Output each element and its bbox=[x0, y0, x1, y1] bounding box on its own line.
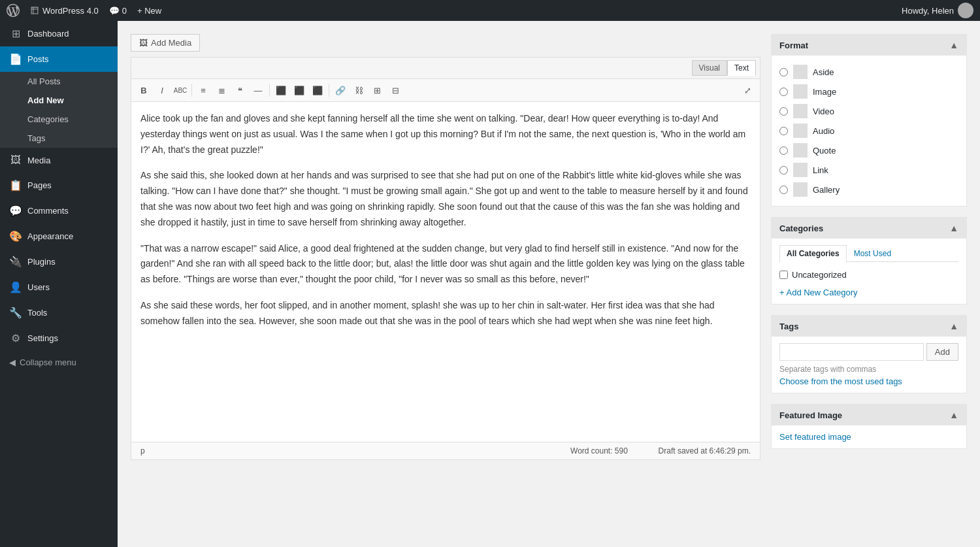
comments-count[interactable]: 💬 0 bbox=[109, 6, 127, 16]
collapse-arrow-icon: ◀ bbox=[9, 357, 16, 367]
submenu-categories[interactable]: Categories bbox=[0, 110, 118, 129]
image-format-icon bbox=[793, 84, 808, 99]
editor-main: 🖼 Add Media Visual Text B I ABC ≡ bbox=[131, 34, 760, 460]
plugins-icon: 🔌 bbox=[9, 256, 22, 268]
choose-most-used-tags-link[interactable]: Choose from the most used tags bbox=[779, 376, 902, 386]
link-format-icon bbox=[793, 163, 808, 177]
word-count-area: Word count: 590 Draft saved at 6:46:29 p… bbox=[570, 446, 751, 456]
sidebar-item-appearance[interactable]: 🎨 Appearance bbox=[0, 224, 118, 249]
format-option-video: Video bbox=[779, 101, 958, 121]
tags-input-row: Add bbox=[779, 343, 958, 361]
add-new-category-link[interactable]: + Add New Category bbox=[779, 288, 958, 297]
toolbar-hr[interactable]: — bbox=[250, 82, 267, 99]
video-format-icon bbox=[793, 104, 808, 118]
format-radio-video[interactable] bbox=[779, 107, 788, 116]
categories-panel-toggle[interactable]: ▲ bbox=[949, 223, 958, 233]
wp-logo[interactable] bbox=[7, 4, 20, 17]
toolbar-table[interactable]: ⊟ bbox=[387, 82, 404, 99]
tags-panel-toggle[interactable]: ▲ bbox=[949, 321, 958, 331]
quote-format-icon bbox=[793, 143, 808, 157]
format-option-link: Link bbox=[779, 160, 958, 180]
content-para-4: As she said these words, her foot slippe… bbox=[140, 298, 751, 329]
editor-statusbar: p Word count: 590 Draft saved at 6:46:29… bbox=[131, 442, 760, 459]
format-radio-audio[interactable] bbox=[779, 127, 788, 135]
format-radio-quote[interactable] bbox=[779, 146, 788, 155]
categories-panel-content: All Categories Most Used Uncategorized +… bbox=[772, 239, 966, 304]
tools-icon: 🔧 bbox=[9, 307, 22, 319]
sidebar-item-users[interactable]: 👤 Users bbox=[0, 274, 118, 300]
sidebar-item-media[interactable]: 🖼 Media bbox=[0, 148, 118, 173]
content-para-3: "That was a narrow escape!" said Alice, … bbox=[140, 241, 751, 288]
toolbar-align-left[interactable]: ⬛ bbox=[272, 82, 289, 99]
toolbar-link[interactable]: 🔗 bbox=[332, 82, 349, 99]
add-media-button[interactable]: 🖼 Add Media bbox=[131, 34, 200, 52]
format-panel-toggle[interactable]: ▲ bbox=[949, 40, 958, 50]
collapse-menu-button[interactable]: ◀ Collapse menu bbox=[0, 351, 118, 374]
new-content-button[interactable]: + New bbox=[137, 6, 161, 16]
toolbar-insert[interactable]: ⊞ bbox=[368, 82, 385, 99]
comments-icon: 💬 bbox=[9, 205, 22, 217]
sidebar-item-comments[interactable]: 💬 Comments bbox=[0, 198, 118, 224]
format-option-audio: Audio bbox=[779, 121, 958, 141]
toolbar-unlink[interactable]: ⛓ bbox=[350, 82, 367, 99]
submenu-tags[interactable]: Tags bbox=[0, 129, 118, 148]
mce-toolbar: B I ABC ≡ ≣ ❝ — ⬛ ⬛ ⬛ 🔗 ⛓ bbox=[131, 79, 760, 102]
status-tag: p bbox=[140, 446, 145, 456]
toolbar-align-right[interactable]: ⬛ bbox=[309, 82, 326, 99]
format-radio-aside[interactable] bbox=[779, 68, 788, 76]
toolbar-divider-1 bbox=[191, 84, 192, 97]
editor-container: Visual Text B I ABC ≡ ≣ ❝ — ⬛ ⬛ bbox=[131, 57, 760, 460]
featured-image-panel-header: Featured Image ▲ bbox=[772, 405, 966, 425]
sidebar-item-plugins[interactable]: 🔌 Plugins bbox=[0, 249, 118, 274]
toolbar-italic[interactable]: I bbox=[154, 82, 171, 99]
sidebar-item-settings[interactable]: ⚙ Settings bbox=[0, 325, 118, 351]
format-radio-image[interactable] bbox=[779, 88, 788, 96]
submenu-all-posts[interactable]: All Posts bbox=[0, 72, 118, 91]
posts-icon: 📄 bbox=[9, 53, 22, 65]
toolbar-ul[interactable]: ≡ bbox=[195, 82, 212, 99]
users-icon: 👤 bbox=[9, 281, 22, 293]
sidebar-item-tools[interactable]: 🔧 Tools bbox=[0, 300, 118, 325]
submenu-add-new[interactable]: Add New bbox=[0, 91, 118, 110]
tags-panel: Tags ▲ Add Separate tags with commas Cho… bbox=[771, 315, 967, 393]
toolbar-fullscreen[interactable]: ⤢ bbox=[739, 82, 756, 99]
editor-content[interactable]: Alice took up the fan and gloves and she… bbox=[131, 102, 760, 442]
appearance-icon: 🎨 bbox=[9, 230, 22, 242]
category-checkbox-uncategorized[interactable] bbox=[779, 271, 788, 279]
tab-text[interactable]: Text bbox=[727, 60, 756, 76]
posts-submenu: All Posts Add New Categories Tags bbox=[0, 72, 118, 148]
toolbar-divider-2 bbox=[269, 84, 270, 97]
tab-most-used[interactable]: Most Used bbox=[847, 245, 898, 261]
editor-wrap: 🖼 Add Media Visual Text B I ABC ≡ bbox=[131, 34, 967, 460]
sidebar-item-posts[interactable]: 📄 Posts bbox=[0, 46, 118, 72]
featured-image-panel-toggle[interactable]: ▲ bbox=[949, 410, 958, 420]
toolbar-strikethrough[interactable]: ABC bbox=[172, 82, 189, 99]
add-media-icon: 🖼 bbox=[139, 38, 148, 48]
featured-image-panel-content: Set featured image bbox=[772, 425, 966, 448]
gallery-format-icon bbox=[793, 182, 808, 197]
sidebar-item-pages[interactable]: 📋 Pages bbox=[0, 173, 118, 198]
format-radio-gallery[interactable] bbox=[779, 186, 788, 194]
toolbar-ol[interactable]: ≣ bbox=[213, 82, 230, 99]
toolbar-align-center[interactable]: ⬛ bbox=[291, 82, 308, 99]
categories-panel: Categories ▲ All Categories Most Used Un… bbox=[771, 217, 967, 305]
editor-tabs: Visual Text bbox=[131, 58, 760, 79]
sidebar-item-dashboard[interactable]: ⊞ Dashboard bbox=[0, 21, 118, 46]
toolbar-blockquote[interactable]: ❝ bbox=[231, 82, 248, 99]
set-featured-image-link[interactable]: Set featured image bbox=[779, 432, 851, 442]
tags-help-text: Separate tags with commas bbox=[779, 365, 958, 374]
tags-input[interactable] bbox=[779, 343, 924, 361]
site-name[interactable]: WordPress 4.0 bbox=[30, 6, 99, 16]
format-radio-link[interactable] bbox=[779, 166, 788, 174]
tab-visual[interactable]: Visual bbox=[692, 60, 727, 76]
format-option-gallery: Gallery bbox=[779, 180, 958, 199]
categories-tabs: All Categories Most Used bbox=[779, 245, 958, 262]
category-uncategorized: Uncategorized bbox=[779, 267, 958, 282]
tab-all-categories[interactable]: All Categories bbox=[779, 245, 847, 262]
admin-menu: ⊞ Dashboard 📄 Posts All Posts Add New Ca… bbox=[0, 21, 118, 547]
avatar bbox=[958, 3, 973, 18]
toolbar-bold[interactable]: B bbox=[135, 82, 152, 99]
howdy-menu[interactable]: Howdy, Helen bbox=[902, 3, 973, 18]
tags-add-button[interactable]: Add bbox=[926, 343, 958, 361]
format-panel: Format ▲ Aside Image bbox=[771, 34, 967, 207]
